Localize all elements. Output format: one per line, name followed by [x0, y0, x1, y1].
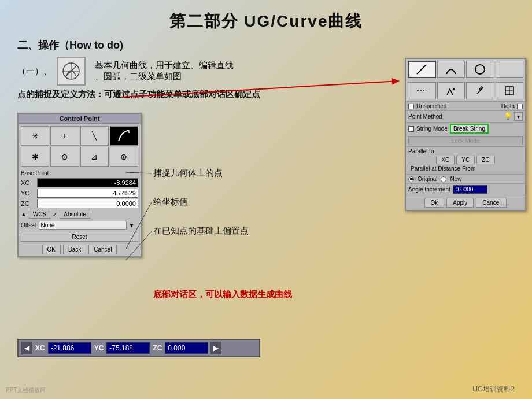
toolbar-yc-input[interactable]: [106, 342, 150, 354]
rp-point-method-label: Point Method: [408, 113, 442, 120]
item1-prefix: （一）、: [17, 66, 52, 77]
annot4: 底部对话区，可以输入数据生成曲线: [153, 289, 292, 300]
item1-desc2: 、圆弧，二级菜单如图: [95, 71, 234, 82]
rp-lock-mode-row: Lock Mode: [406, 135, 525, 146]
zc-input[interactable]: [37, 199, 138, 208]
rp-delta-label: Delta: [501, 103, 515, 109]
rp-cancel-btn[interactable]: Cancel: [476, 198, 507, 208]
svg-point-9: [475, 65, 485, 74]
watermark: PPT文档模板网: [6, 386, 46, 394]
rp-yc-btn[interactable]: YC: [456, 156, 475, 164]
bottom-toolbar: ◀ XC YC ZC ▶: [17, 339, 260, 357]
ok-btn[interactable]: OK: [42, 245, 61, 254]
rp-icon-wrench[interactable]: [466, 82, 494, 99]
annot2: 给坐标值: [153, 197, 188, 208]
base-point-label: Base Point: [19, 169, 141, 178]
section-title: 二、操作（How to do): [17, 38, 532, 52]
nav-left-btn[interactable]: ◀: [21, 342, 32, 354]
rp-lock-mode-btn[interactable]: Lock Mode: [408, 136, 523, 145]
btn-circle[interactable]: ⊙: [50, 147, 79, 167]
toolbar-zc-label: ZC: [152, 344, 163, 352]
reset-btn[interactable]: Reset: [21, 232, 138, 242]
xc-row: XC: [19, 178, 141, 188]
yc-input[interactable]: [37, 189, 138, 198]
rp-icon-dash[interactable]: [408, 82, 436, 99]
btn-compass[interactable]: ⊕: [110, 147, 138, 167]
rp-check-delta: [517, 104, 523, 109]
rp-axis-row: XC YC ZC: [408, 156, 523, 164]
rp-icon-tools[interactable]: [437, 82, 466, 99]
control-point-dialog: Control Point ✳ + ╲ ✱ ⊙ ⊿ ⊕ Base Point X…: [17, 113, 142, 257]
rp-icon-blank: [496, 61, 524, 78]
btn-zigzag[interactable]: ⊿: [80, 147, 109, 167]
rp-icons-top: [406, 59, 525, 80]
xc-label: XC: [21, 179, 37, 186]
cancel-btn[interactable]: Cancel: [88, 245, 117, 254]
rp-parallel-to-label: Parallel to: [408, 148, 523, 154]
item1-desc1: 基本几何曲线，用于建立、编辑直线: [95, 60, 234, 71]
toolbar-yc-label: YC: [93, 344, 105, 352]
btn-plus[interactable]: +: [50, 126, 79, 146]
btn-star[interactable]: ✱: [21, 147, 49, 167]
right-panel: Unspecified Delta Point Method 💡 ▾ Strin…: [405, 58, 526, 211]
rp-icon-circle[interactable]: [466, 61, 494, 78]
rp-angle-input[interactable]: [453, 185, 487, 194]
absolute-btn[interactable]: Absolute: [60, 210, 90, 219]
rp-original-radio[interactable]: [408, 176, 414, 182]
rp-orig-new-row: Original New: [406, 174, 525, 183]
rp-point-method-row: Point Method 💡 ▾: [406, 110, 525, 122]
toolbar-zc-input[interactable]: [165, 342, 208, 354]
rp-string-mode-label: String Mode: [416, 125, 448, 132]
dialog-title: Control Point: [19, 114, 141, 124]
svg-line-8: [417, 65, 426, 74]
rp-ok-btn[interactable]: Ok: [424, 198, 445, 208]
rp-break-string-btn[interactable]: Break String: [450, 124, 489, 134]
yc-row: YC: [19, 188, 141, 198]
annot1: 捕捉几何体上的点: [153, 168, 223, 179]
rp-original-label: Original: [418, 176, 437, 182]
page-title: 第二部分 UG/Curve曲线: [0, 0, 532, 32]
curve-icon-box: [57, 57, 86, 86]
rp-parallel-dist-label: Parallel at Distance From: [411, 165, 520, 172]
rp-parallel-section: Parallel to XC YC ZC Parallel at Distanc…: [406, 146, 525, 174]
btn-asterisk[interactable]: ✳: [21, 126, 49, 146]
zc-row: ZC: [19, 198, 141, 209]
rp-new-label: New: [450, 176, 461, 182]
rp-icon-arc[interactable]: [437, 61, 466, 78]
wcs-btn[interactable]: WCS: [29, 210, 50, 219]
rp-xc-btn[interactable]: XC: [436, 156, 455, 164]
rp-angle-row: Angle Increment: [406, 183, 525, 195]
rp-check-string[interactable]: [408, 126, 414, 132]
rp-ok-row: Ok Apply Cancel: [406, 195, 525, 210]
back-btn[interactable]: Back: [63, 245, 86, 254]
wcs-row: ▲ WCS ✓ Absolute: [19, 209, 141, 220]
rp-angle-label: Angle Increment: [408, 186, 450, 193]
rp-string-mode-row: String Mode Break String: [406, 122, 525, 135]
rp-zc-btn[interactable]: ZC: [476, 156, 494, 164]
page-num: UG培训资料2: [472, 385, 515, 394]
rp-new-radio[interactable]: [441, 176, 446, 182]
btn-line[interactable]: ╲: [80, 126, 109, 146]
offset-label: Offset: [21, 222, 36, 228]
xc-input[interactable]: [37, 178, 138, 187]
rp-light-icon: 💡: [504, 112, 512, 120]
toolbar-xc-input[interactable]: [48, 342, 91, 354]
toolbar-xc-label: XC: [34, 344, 46, 352]
rp-icon-line[interactable]: [408, 61, 436, 78]
rp-apply-btn[interactable]: Apply: [446, 198, 474, 208]
zc-label: ZC: [21, 200, 37, 207]
btn-selected[interactable]: [110, 126, 138, 146]
ok-row: OK Back Cancel: [19, 243, 141, 256]
rp-icons-bottom: [406, 80, 525, 101]
btn-grid: ✳ + ╲ ✱ ⊙ ⊿ ⊕: [19, 124, 141, 169]
rp-icon-extra[interactable]: [496, 82, 524, 99]
annot3: 在已知点的基础上偏置点: [153, 226, 249, 237]
offset-row: Offset ▼: [19, 220, 141, 231]
offset-arrow[interactable]: ▼: [129, 222, 135, 228]
rp-point-method-btn[interactable]: ▾: [514, 112, 523, 121]
rp-check-unspec: [408, 104, 414, 109]
rp-unspecified-row: Unspecified Delta: [406, 101, 525, 110]
rp-unspecified-label: Unspecified: [416, 103, 446, 109]
offset-input[interactable]: [39, 221, 127, 230]
nav-right-btn[interactable]: ▶: [210, 342, 221, 354]
